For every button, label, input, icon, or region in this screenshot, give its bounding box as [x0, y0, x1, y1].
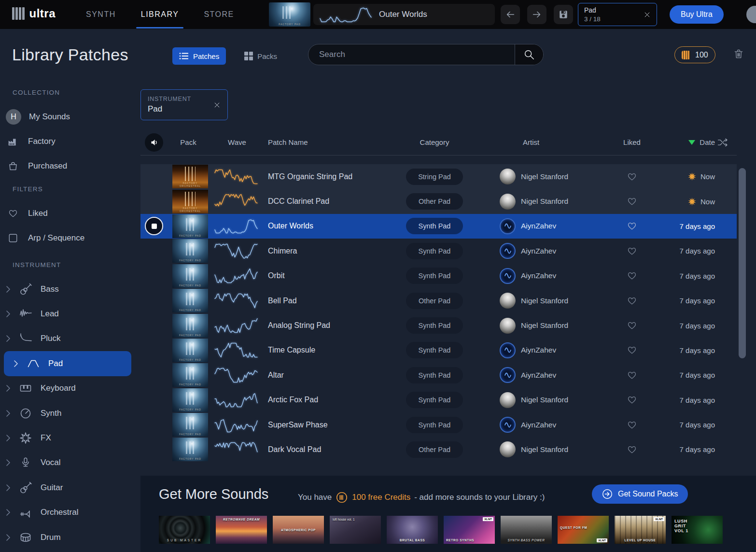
stop-button[interactable]	[145, 217, 163, 235]
ultra-logo[interactable]: ultra	[12, 7, 56, 20]
like-button[interactable]	[627, 345, 637, 355]
search-input[interactable]	[308, 44, 515, 65]
category-badge: Other Pad	[406, 293, 463, 309]
like-button[interactable]	[627, 370, 637, 381]
patch-row-analog-string-pad[interactable]: FACTORY PADAnalog String PadSynth PadNig…	[140, 313, 737, 338]
patch-row-chimera[interactable]: FACTORY PADChimeraSynth PadAiynZahev7 da…	[140, 239, 737, 263]
patch-row-arctic-fox-pad[interactable]: FACTORY PADArctic Fox PadSynth PadNigel …	[140, 388, 737, 412]
sidebar-item-lead[interactable]: Lead	[0, 301, 140, 326]
scrollbar-thumb[interactable]	[739, 168, 746, 358]
sidebar-item-synth[interactable]: Synth	[0, 401, 140, 425]
get-sound-packs-button[interactable]: Get Sound Packs	[592, 484, 688, 504]
view-toggle-patches[interactable]: Patches	[172, 47, 226, 65]
credits-badge[interactable]: 100	[674, 46, 715, 63]
sidebar-item-pad[interactable]: Pad	[4, 351, 131, 376]
view-toggle-packs[interactable]: Packs	[238, 47, 284, 65]
sidebar-item-pluck[interactable]: Pluck	[0, 326, 140, 351]
sidebar-item-liked[interactable]: Liked	[0, 201, 140, 226]
pack-artwork[interactable]: FACTORY PAD	[172, 289, 208, 312]
patch-row-mtg-organic-string-pad[interactable]: FACTORY ORCHESTRALMTG Organic String Pad…	[140, 164, 737, 189]
instrument-filter-chip[interactable]: INSTRUMENT Pad	[140, 89, 228, 120]
current-patch-artwork[interactable]: FACTORY PAD	[269, 2, 310, 27]
pack-artwork[interactable]: FACTORY PAD	[172, 388, 208, 412]
patch-row-time-capsule[interactable]: FACTORY PADTime CapsuleSynth PadAiynZahe…	[140, 338, 737, 363]
patch-row-dark-vocal-pad[interactable]: FACTORY PADDark Vocal PadOther PadNigel …	[140, 437, 737, 462]
forward-button[interactable]	[527, 5, 546, 24]
like-button[interactable]	[627, 420, 637, 430]
search-button[interactable]	[515, 44, 543, 65]
sound-pack-quest-for-fm[interactable]: QUEST FOR FMXLNT	[558, 516, 609, 544]
buy-ultra-button[interactable]: Buy Ultra	[670, 5, 724, 24]
pack-artwork[interactable]: FACTORY ORCHESTRAL	[172, 190, 208, 213]
column-category[interactable]: Category	[399, 138, 470, 146]
like-button[interactable]	[627, 171, 637, 182]
patch-row-orbit[interactable]: FACTORY PADOrbitSynth PadAiynZahev7 days…	[140, 264, 737, 288]
sidebar-item-drum[interactable]: Drum	[0, 525, 140, 550]
like-button[interactable]	[627, 320, 637, 331]
column-pack[interactable]: Pack	[167, 138, 210, 146]
column-patch-name[interactable]: Patch Name	[264, 138, 399, 146]
nav-tab-store[interactable]: STORE	[204, 0, 234, 29]
patch-row-dcc-clarinet-pad[interactable]: FACTORY ORCHESTRALDCC Clarinet PadOther …	[140, 189, 737, 213]
sound-pack-brutal-bass[interactable]: BRUTAL BASS	[387, 516, 438, 544]
like-button[interactable]	[627, 196, 637, 207]
sidebar-item-label: FX	[41, 433, 51, 443]
now-playing-display[interactable]: Outer Worlds	[313, 4, 495, 25]
artist-name: Nigel Stanford	[521, 321, 568, 330]
main-nav: SYNTHLIBRARYSTORE	[86, 0, 234, 29]
patch-row-supersaw-phase[interactable]: FACTORY PADSuperSaw PhaseSynth PadAiynZa…	[140, 412, 737, 437]
column-artist[interactable]: Artist	[470, 138, 615, 146]
sidebar-item-my-sounds[interactable]: HMy Sounds	[0, 104, 140, 129]
avatar[interactable]	[746, 6, 756, 23]
sound-pack-retrowave-dream[interactable]: RETROWAVE DREAM	[216, 516, 267, 544]
like-button[interactable]	[627, 444, 637, 455]
shuffle-icon[interactable]	[717, 137, 728, 148]
nav-tab-library[interactable]: LIBRARY	[141, 0, 179, 29]
sidebar-item-bass[interactable]: Bass	[0, 277, 140, 301]
save-button[interactable]	[554, 5, 573, 24]
pack-artwork[interactable]: FACTORY PAD	[172, 339, 208, 362]
sidebar-item-factory[interactable]: Factory	[0, 129, 140, 154]
sound-pack-loft-house-vol-1[interactable]: loft house vol. 1	[330, 516, 381, 544]
like-button[interactable]	[627, 270, 637, 281]
sidebar-item-orchestral[interactable]: Orchestral	[0, 500, 140, 524]
close-icon[interactable]	[644, 11, 651, 18]
sound-pack-retro-synths[interactable]: RETRO SYNTHSXLNT	[444, 516, 495, 544]
patch-row-bell-pad[interactable]: FACTORY PADBell PadOther PadNigel Stanfo…	[140, 288, 737, 313]
pack-artwork[interactable]: FACTORY ORCHESTRAL	[172, 165, 208, 188]
waveform-preview	[214, 317, 258, 334]
column-date[interactable]: Date	[649, 138, 717, 146]
column-wave[interactable]: Wave	[210, 138, 264, 146]
nav-tab-synth[interactable]: SYNTH	[86, 0, 116, 29]
sidebar-item-guitar[interactable]: Guitar	[0, 475, 140, 500]
sidebar-item-fx[interactable]: FX	[0, 425, 140, 450]
sound-pack-lush-grit-vol-1[interactable]: LUSH GRIT VOL 1	[672, 516, 723, 544]
sidebar-item-vocal[interactable]: Vocal	[0, 451, 140, 475]
close-icon[interactable]	[213, 101, 221, 109]
sound-pack-level-up-house[interactable]: LEVEL UP HOUSEXLNT	[615, 516, 666, 544]
like-button[interactable]	[627, 296, 637, 306]
like-button[interactable]	[627, 221, 637, 231]
like-button[interactable]	[627, 246, 637, 256]
sidebar-item-keyboard[interactable]: Keyboard	[0, 376, 140, 401]
sound-pack-atmospheric-pop[interactable]: ATMOSPHERIC POP	[273, 516, 324, 544]
sidebar-item-arp-sequence[interactable]: Arp / Sequence	[0, 226, 140, 251]
pack-artwork[interactable]: FACTORY PAD	[172, 239, 208, 263]
speaker-icon[interactable]	[145, 133, 163, 152]
pack-artwork[interactable]: FACTORY PAD	[172, 314, 208, 338]
sound-pack-sub-master[interactable]: SUB MASTER	[159, 516, 210, 544]
pack-artwork[interactable]: FACTORY PAD	[172, 438, 208, 461]
pack-artwork[interactable]: FACTORY PAD	[172, 264, 208, 288]
pack-artwork[interactable]: FACTORY PAD	[172, 413, 208, 437]
pack-artwork[interactable]: FACTORY PAD	[172, 363, 208, 387]
pack-artwork[interactable]: FACTORY PAD	[172, 214, 208, 238]
like-button[interactable]	[627, 395, 637, 405]
sidebar-item-purchased[interactable]: Purchased	[0, 154, 140, 179]
patch-row-outer-worlds[interactable]: FACTORY PADOuter WorldsSynth PadAiynZahe…	[140, 214, 737, 239]
sound-pack-synth-bass-power[interactable]: SYNTH BASS POWER	[501, 516, 552, 544]
back-button[interactable]	[501, 5, 520, 24]
column-liked[interactable]: Liked	[615, 138, 649, 146]
patch-row-altar[interactable]: FACTORY PADAltarSynth PadAiynZahev7 days…	[140, 363, 737, 387]
patch-stepper[interactable]: Pad 3 / 18	[578, 3, 657, 26]
trash-button[interactable]	[733, 48, 744, 60]
